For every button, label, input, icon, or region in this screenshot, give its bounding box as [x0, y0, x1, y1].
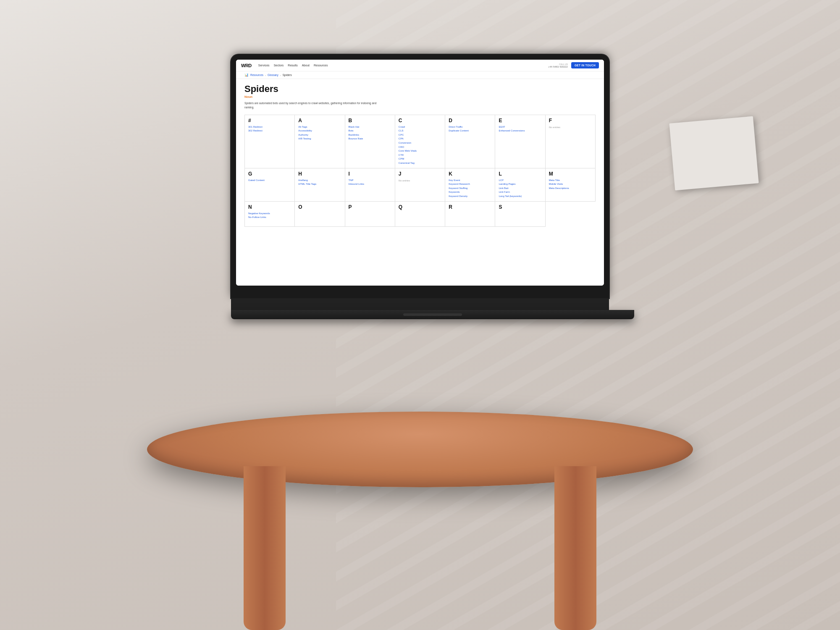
page-noun: Noun [244, 95, 596, 99]
glossary-link-accessibility[interactable]: Accessibility [298, 129, 341, 133]
glossary-link-duplicate-content[interactable]: Duplicate Content [449, 129, 491, 133]
glossary-link-meta-title[interactable]: Meta Title [549, 178, 592, 183]
glossary-letter-O: O [298, 204, 341, 210]
glossary-link-direct-traffic[interactable]: Direct Traffic [449, 125, 491, 129]
glossary-link-html-title-tags[interactable]: HTML Title Tags [298, 182, 341, 186]
glossary-letter-R: R [449, 204, 491, 210]
glossary-link-eeat[interactable]: EEAT [499, 125, 541, 129]
breadcrumb-resources[interactable]: Resources [250, 74, 263, 76]
glossary-link-a/b-testing[interactable]: A/B Testing [298, 137, 341, 141]
glossary-cell-P: P [345, 202, 395, 227]
glossary-link-302-redirect[interactable]: 302 Redirect [248, 129, 291, 133]
glossary-link-cpc[interactable]: CPC [399, 133, 441, 137]
glossary-letter-P: P [349, 204, 391, 210]
glossary-cell-B: BBlack HatBotsBacklinksBounce Rate [345, 115, 395, 168]
glossary-letter-E: E [499, 118, 541, 123]
table-leg-right [554, 466, 596, 630]
notebook [669, 116, 759, 191]
glossary-link-cpa[interactable]: CPA [399, 137, 441, 141]
glossary-letter-G: G [248, 171, 291, 177]
glossary-link-cpm[interactable]: CPM [399, 157, 441, 161]
page-title: Spiders [244, 84, 596, 94]
breadcrumb-sep-1: › [265, 74, 266, 76]
glossary-cell-S: S [495, 202, 545, 227]
glossary-link-bounce-rate[interactable]: Bounce Rate [349, 137, 391, 141]
glossary-letter-N: N [248, 204, 291, 210]
breadcrumb-sep-2: › [280, 74, 281, 76]
glossary-link-link-bait[interactable]: Link Bait [499, 186, 541, 191]
glossary-link-link-farm[interactable]: Link Farm [499, 190, 541, 194]
breadcrumb-glossary[interactable]: Glossary [268, 74, 278, 76]
glossary-cell-C: CCrawlCLSCPCCPAConversionCROCore Web Vit… [395, 115, 445, 168]
glossary-link-cls[interactable]: CLS [399, 129, 441, 133]
glossary-letter-H: H [298, 171, 341, 177]
glossary-link-canonical-tag[interactable]: Canonical Tag [399, 161, 441, 165]
glossary-link-keyword-stuffing[interactable]: Keyword Stuffing [449, 186, 491, 191]
glossary-letter-#: # [248, 118, 291, 123]
glossary-letter-C: C [399, 118, 441, 123]
glossary-link-enhanced-conversions[interactable]: Enhanced Conversions [499, 129, 541, 133]
glossary-cell-F: FNo entries [546, 115, 596, 168]
nav-sectors[interactable]: Sectors [274, 64, 284, 67]
glossary-link-crawl[interactable]: Crawl [399, 125, 441, 129]
glossary-cell-L: LLCPLanding PagesLink BaitLink FarmLong … [495, 168, 545, 202]
glossary-cell-J: JNo entries [395, 168, 445, 202]
glossary-link-no-follow-links[interactable]: No-Follow Links [248, 215, 291, 220]
glossary-link-lcp[interactable]: LCP [499, 178, 541, 183]
nav-services[interactable]: Services [258, 64, 270, 67]
glossary-letter-L: L [499, 171, 541, 177]
glossary-link-bots[interactable]: Bots [349, 129, 391, 133]
glossary-cell-I: ITNPInbound Links [345, 168, 395, 202]
cta-button[interactable]: GET IN TOUCH [571, 62, 599, 68]
glossary-link-long-tail-(keywords)[interactable]: Long Tail (keywords) [499, 194, 541, 199]
glossary-link-backlinks[interactable]: Backlinks [349, 133, 391, 137]
glossary-cell-#: #301 Redirect302 Redirect [245, 115, 295, 168]
glossary-link-gated-content[interactable]: Gated Content [248, 178, 291, 183]
glossary-cell-O: O [295, 202, 345, 227]
glossary-cell-E: EEEATEnhanced Conversions [495, 115, 545, 168]
glossary-link-negative-keywords[interactable]: Negative Keywords [248, 212, 291, 216]
glossary-link-hreflang[interactable]: Hreflang [298, 178, 341, 183]
laptop-base [231, 310, 634, 319]
glossary-link-meta-descriptions[interactable]: Meta Descriptions [549, 186, 592, 191]
glossary-link-keyword-density[interactable]: Keyword Density [449, 194, 491, 199]
glossary-link-alt-tags[interactable]: Alt Tags [298, 125, 341, 129]
glossary-link-mobile-visits[interactable]: Mobile Visits [549, 182, 592, 186]
glossary-cell-H: HHreflangHTML Title Tags [295, 168, 345, 202]
glossary-link-authority[interactable]: Authority [298, 133, 341, 137]
glossary-link-keywords[interactable]: Keywords [449, 190, 491, 194]
glossary-link-core-web-vitals[interactable]: Core Web Vitals [399, 149, 441, 153]
glossary-link-cro[interactable]: CRO [399, 145, 441, 150]
nav-about[interactable]: About [302, 64, 310, 67]
nav-results[interactable]: Results [288, 64, 297, 67]
laptop-keyboard [231, 298, 609, 310]
laptop-screen-outer: WRD Services Sectors Results About Resou… [231, 55, 609, 298]
glossary-link-301-redirect[interactable]: 301 Redirect [248, 125, 291, 129]
no-entries-J: No entries [399, 179, 410, 182]
main-content: Spiders Noun Spiders are automated bots … [236, 79, 604, 286]
glossary-letter-M: M [549, 171, 592, 177]
glossary-letter-K: K [449, 171, 491, 177]
nav-resources[interactable]: Resources [314, 64, 328, 67]
glossary-letter-D: D [449, 118, 491, 123]
phone-number: CALL US +44 5483 429222 [548, 63, 568, 68]
glossary-link-inbound-links[interactable]: Inbound Links [349, 182, 391, 186]
glossary-link-ctr[interactable]: CTR [399, 153, 441, 158]
glossary-link-black-hat[interactable]: Black Hat [349, 125, 391, 129]
laptop-screen-inner: WRD Services Sectors Results About Resou… [236, 60, 604, 286]
glossary-letter-S: S [499, 204, 541, 210]
glossary-cell-G: GGated Content [245, 168, 295, 202]
glossary-cell-M: MMeta TitleMobile VisitsMeta Description… [546, 168, 596, 202]
glossary-link-landing-pages[interactable]: Landing Pages [499, 182, 541, 186]
glossary-letter-Q: Q [399, 204, 441, 210]
nav-items: Services Sectors Results About Resources [258, 64, 548, 67]
glossary-cell-K: KKey EventKeyword ResearchKeyword Stuffi… [445, 168, 495, 202]
glossary-link-conversion[interactable]: Conversion [399, 141, 441, 145]
breadcrumb-current: Spiders [283, 74, 292, 76]
glossary-cell-D: DDirect TrafficDuplicate Content [445, 115, 495, 168]
glossary-link-key-event[interactable]: Key Event [449, 178, 491, 183]
nav-right: CALL US +44 5483 429222 GET IN TOUCH [548, 62, 599, 68]
glossary-link-keyword-research[interactable]: Keyword Research [449, 182, 491, 186]
website: WRD Services Sectors Results About Resou… [236, 60, 604, 286]
glossary-link-tnp[interactable]: TNP [349, 178, 391, 183]
